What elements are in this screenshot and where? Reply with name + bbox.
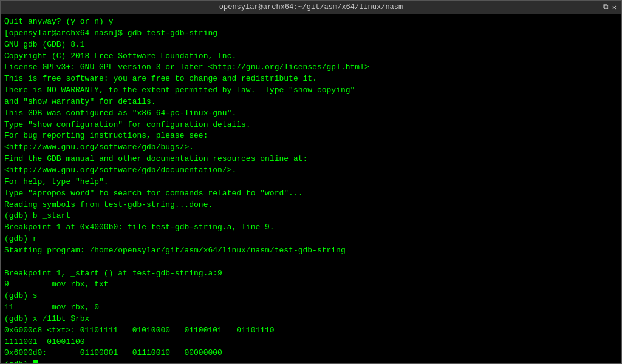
terminal-cursor bbox=[33, 360, 38, 363]
window-title: opensylar@archx64:~/git/asm/x64/linux/na… bbox=[219, 3, 403, 12]
close-icon[interactable]: ✕ bbox=[612, 3, 617, 12]
terminal-body[interactable]: Quit anyway? (y or n) y [opensylar@archx… bbox=[1, 14, 621, 363]
terminal-output: Quit anyway? (y or n) y [opensylar@archx… bbox=[4, 16, 618, 363]
titlebar-right-controls[interactable]: ⧉ ✕ bbox=[603, 3, 617, 12]
terminal-window: opensylar@archx64:~/git/asm/x64/linux/na… bbox=[0, 0, 622, 364]
restore-icon[interactable]: ⧉ bbox=[603, 3, 609, 12]
titlebar: opensylar@archx64:~/git/asm/x64/linux/na… bbox=[1, 1, 621, 14]
